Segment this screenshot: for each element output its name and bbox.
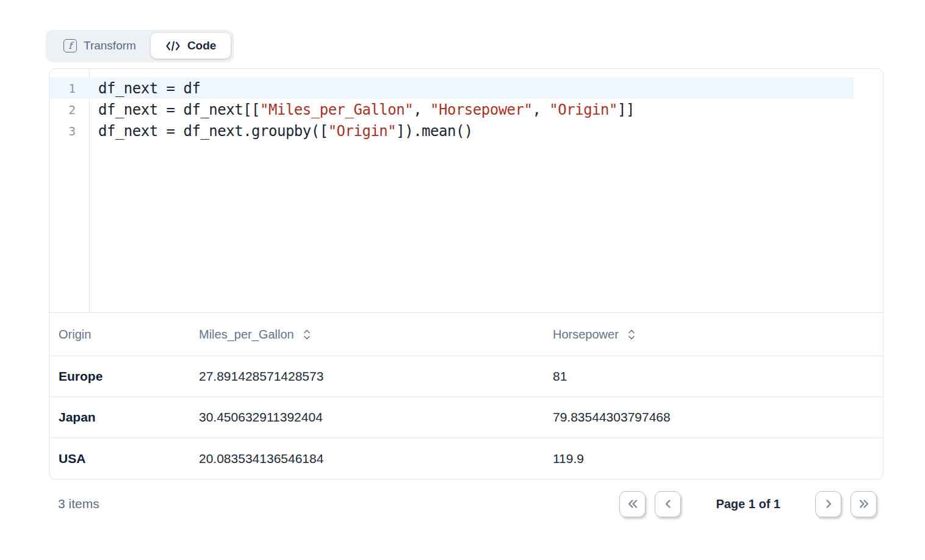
sort-icon[interactable]	[627, 328, 636, 341]
pagination: Page 1 of 1	[619, 491, 877, 517]
table-body: Europe27.89142857142857381Japan30.450632…	[49, 356, 883, 479]
next-page-button[interactable]	[815, 491, 841, 517]
result-table: Origin Miles_per_Gallon Horsepower	[49, 313, 883, 479]
first-page-button[interactable]	[619, 491, 646, 517]
tab-code[interactable]: Code	[151, 33, 231, 59]
tab-transform[interactable]: f Transform	[49, 33, 151, 59]
cell-miles-per-gallon: 30.450632911392404	[199, 410, 553, 425]
line-number: 2	[49, 103, 89, 117]
cell-origin: Japan	[59, 410, 199, 425]
view-toggle: f Transform Code	[46, 30, 234, 62]
code-line[interactable]: 2df_next = df_next[["Miles_per_Gallon", …	[49, 99, 883, 120]
code-line-text: df_next = df_next[["Miles_per_Gallon", "…	[89, 101, 635, 118]
chevron-left-icon	[662, 498, 674, 510]
code-line-text: df_next = df	[89, 80, 200, 97]
cell-miles-per-gallon: 20.083534136546184	[199, 451, 553, 466]
previous-page-button[interactable]	[655, 491, 681, 517]
tab-transform-label: Transform	[84, 39, 136, 52]
table-row[interactable]: USA20.083534136546184119.9	[49, 438, 883, 479]
column-header-label: Origin	[59, 328, 91, 342]
function-icon: f	[63, 39, 77, 52]
items-count: 3 items	[58, 497, 99, 511]
code-brackets-icon	[165, 40, 181, 52]
tab-code-label: Code	[187, 39, 217, 52]
chevron-right-icon	[822, 498, 835, 510]
last-page-button[interactable]	[851, 491, 877, 517]
table-footer: 3 items Page 1 of 1	[49, 490, 884, 518]
code-editor[interactable]: 1df_next = df2df_next = df_next[["Miles_…	[49, 69, 883, 313]
cell-origin: Europe	[59, 369, 199, 384]
column-header-miles-per-gallon[interactable]: Miles_per_Gallon	[199, 328, 553, 342]
line-number: 3	[49, 124, 89, 138]
cell-horsepower: 81	[553, 369, 883, 384]
code-line[interactable]: 3df_next = df_next.groupby(["Origin"]).m…	[49, 120, 883, 142]
cell-horsepower: 119.9	[553, 451, 883, 466]
code-line-text: df_next = df_next.groupby(["Origin"]).me…	[89, 123, 473, 140]
column-header-horsepower[interactable]: Horsepower	[553, 328, 883, 342]
cell-origin: USA	[59, 451, 199, 466]
column-header-label: Horsepower	[553, 328, 619, 342]
table-header-row: Origin Miles_per_Gallon Horsepower	[49, 313, 883, 356]
column-header-label: Miles_per_Gallon	[199, 328, 294, 342]
column-header-origin[interactable]: Origin	[59, 328, 199, 342]
code-line[interactable]: 1df_next = df	[49, 77, 883, 99]
code-and-preview-panel: 1df_next = df2df_next = df_next[["Miles_…	[49, 68, 884, 479]
double-chevron-left-icon	[627, 498, 639, 510]
page-indicator: Page 1 of 1	[716, 497, 780, 511]
code-lines: 1df_next = df2df_next = df_next[["Miles_…	[49, 77, 883, 142]
line-number: 1	[49, 82, 89, 95]
sort-icon[interactable]	[303, 328, 311, 341]
cell-miles-per-gallon: 27.891428571428573	[199, 369, 553, 384]
table-row[interactable]: Europe27.89142857142857381	[49, 356, 883, 397]
table-row[interactable]: Japan30.45063291139240479.83544303797468	[49, 397, 883, 438]
double-chevron-right-icon	[858, 498, 870, 510]
cell-horsepower: 79.83544303797468	[553, 410, 883, 425]
